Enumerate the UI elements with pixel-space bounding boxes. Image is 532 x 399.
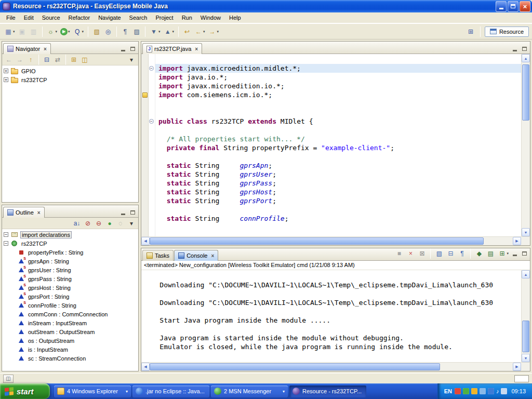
hide-non-public-button[interactable]: ● <box>104 219 115 228</box>
console-vertical-scrollbar[interactable]: ▲ ▼ <box>521 270 530 362</box>
open-console-button[interactable]: ⊞▾ <box>497 248 510 259</box>
save-all-button[interactable]: ▥ <box>29 26 39 37</box>
editor-vertical-scrollbar[interactable]: ▲ ▼ <box>521 54 530 236</box>
import-button[interactable]: ⊞ <box>69 55 79 64</box>
scrollbar-track[interactable] <box>150 363 513 371</box>
new-wizard-button[interactable]: ▦▾ <box>3 26 16 37</box>
messenger-icon[interactable] <box>463 388 469 394</box>
previous-annotation-button[interactable]: ▲▾ <box>163 26 176 37</box>
tasks-tab[interactable]: Tasks <box>142 250 174 261</box>
menu-refactor[interactable]: Refactor <box>64 13 95 22</box>
close-icon[interactable]: × <box>195 46 198 52</box>
sort-button[interactable]: a↓ <box>72 219 82 228</box>
expand-icon[interactable]: + <box>4 77 8 82</box>
taskbar-button[interactable]: 2 MSN Messenger▾ <box>211 385 288 397</box>
expand-icon[interactable]: + <box>4 69 8 73</box>
menu-edit[interactable]: Edit <box>20 13 38 22</box>
up-button[interactable]: ↑ <box>25 55 36 64</box>
close-icon[interactable]: × <box>211 253 214 259</box>
navigator-tab[interactable]: Navigator × <box>3 43 51 54</box>
annotation-ruler[interactable] <box>141 54 149 236</box>
outline-item[interactable]: −rs232TCP <box>2 239 138 248</box>
close-icon[interactable]: × <box>37 210 41 216</box>
menu-run[interactable]: Run <box>178 13 196 22</box>
volume-icon[interactable]: ♪ <box>496 388 499 394</box>
outline-item[interactable]: is : InputStream <box>2 345 138 354</box>
scroll-up-icon[interactable]: ▲ <box>522 54 530 62</box>
outline-item[interactable]: propertyPrefix : String <box>2 248 138 257</box>
outline-item[interactable]: outStream : OutputStream <box>2 327 138 336</box>
menu-navigate[interactable]: Navigate <box>94 13 125 22</box>
outline-tab[interactable]: Outline × <box>3 207 45 218</box>
minimize-view-button[interactable] <box>119 45 127 52</box>
hide-fields-button[interactable]: ⊘ <box>83 219 93 228</box>
forward-button[interactable]: → <box>15 55 25 64</box>
remove-launch-button[interactable]: × <box>405 248 416 259</box>
display-console-button[interactable]: ▤ <box>485 248 496 259</box>
back-button[interactable]: ←▾ <box>193 26 206 37</box>
minimize-button[interactable] <box>496 1 507 12</box>
search-button[interactable]: ◎ <box>103 26 113 37</box>
scroll-down-icon[interactable]: ▼ <box>522 354 530 362</box>
back-button[interactable]: ← <box>4 55 14 64</box>
console-output[interactable]: Downloading "C:\DOCUME~1\DAVILI~1\LOCALS… <box>141 270 521 362</box>
scrollbar-thumb[interactable] <box>150 237 484 245</box>
menu-search[interactable]: Search <box>125 13 152 22</box>
navigator-item[interactable]: +rs232TCP <box>2 75 138 84</box>
code-editor[interactable]: import javax.microedition.midlet.*;impor… <box>155 54 521 236</box>
pin-console-button[interactable]: ◆ <box>474 248 484 259</box>
taskbar-button[interactable]: .jar no Eclipse :: Java... <box>132 385 209 397</box>
navigator-item[interactable]: +GPIO <box>2 66 138 75</box>
maximize-view-button[interactable] <box>128 45 137 52</box>
menu-help[interactable]: Help <box>225 13 245 22</box>
outline-item[interactable]: SgprsUser : String <box>2 265 138 274</box>
scrollbar-track[interactable] <box>150 237 513 245</box>
hide-static-members-button[interactable]: ⊖ <box>94 219 104 228</box>
view-menu-button[interactable]: ▾ <box>126 55 137 64</box>
scroll-left-icon[interactable]: ◀ <box>141 237 150 245</box>
terminate-button[interactable]: ■ <box>394 248 404 259</box>
network-icon[interactable] <box>480 388 486 394</box>
link-with-editor-button[interactable]: ⇄ <box>52 55 63 64</box>
scrollbar-track[interactable] <box>522 62 530 228</box>
export-button[interactable]: ◫ <box>79 55 90 64</box>
console-tab[interactable]: Console × <box>174 250 218 261</box>
close-icon[interactable]: × <box>44 46 47 52</box>
scroll-up-icon[interactable]: ▲ <box>522 270 530 278</box>
outline-item[interactable]: os : OutputStream <box>2 336 138 345</box>
collapse-all-button[interactable]: ⊟ <box>42 55 52 64</box>
minimize-view-button[interactable] <box>119 208 127 216</box>
search-icon[interactable] <box>501 388 507 394</box>
menu-source[interactable]: Source <box>38 13 64 22</box>
window-titlebar[interactable]: Resource - rs232TCP.java - EasyEclipse M… <box>0 0 532 12</box>
scrollbar-track[interactable] <box>522 278 530 354</box>
minimize-view-button[interactable] <box>511 45 519 52</box>
word-wrap-button[interactable]: ¶ <box>457 248 467 259</box>
taskbar-button[interactable]: 4 Windows Explorer▾ <box>54 385 131 397</box>
menu-window[interactable]: Window <box>196 13 225 22</box>
fold-ruler[interactable]: −− <box>149 54 155 236</box>
fold-collapse-icon[interactable]: − <box>149 119 154 124</box>
maximize-view-button[interactable] <box>128 208 137 216</box>
menu-project[interactable]: Project <box>151 13 177 22</box>
display-icon[interactable] <box>488 388 494 394</box>
collapse-icon[interactable]: − <box>4 232 8 237</box>
fold-collapse-icon[interactable]: − <box>149 66 154 71</box>
debug-button[interactable]: ☼▾ <box>46 26 59 37</box>
clear-console-button[interactable]: ▧ <box>434 248 444 259</box>
run-button[interactable]: ▶▾ <box>59 26 71 37</box>
editor-horizontal-scrollbar[interactable]: ◀ ▶ <box>141 236 530 245</box>
scroll-right-icon[interactable]: ▶ <box>513 363 521 371</box>
scrollbar-thumb[interactable] <box>522 64 529 121</box>
outline-item[interactable]: −import declarations <box>2 230 138 239</box>
remove-all-launches-button[interactable]: ⊠ <box>417 248 427 259</box>
outline-item[interactable]: SgprsHost : String <box>2 283 138 292</box>
view-menu-button[interactable]: ▾ <box>126 219 137 228</box>
last-edit-location-button[interactable]: ↩ <box>182 26 192 37</box>
outline-tree[interactable]: −import declarations−rs232TCPpropertyPre… <box>2 229 138 371</box>
console-horizontal-scrollbar[interactable]: ◀ ▶ <box>141 362 530 371</box>
clock[interactable]: 09:13 <box>511 388 526 394</box>
update-icon[interactable] <box>471 388 477 394</box>
outline-item[interactable]: inStream : InputStream <box>2 318 138 327</box>
outline-item[interactable]: SgprsPort : String <box>2 292 138 301</box>
